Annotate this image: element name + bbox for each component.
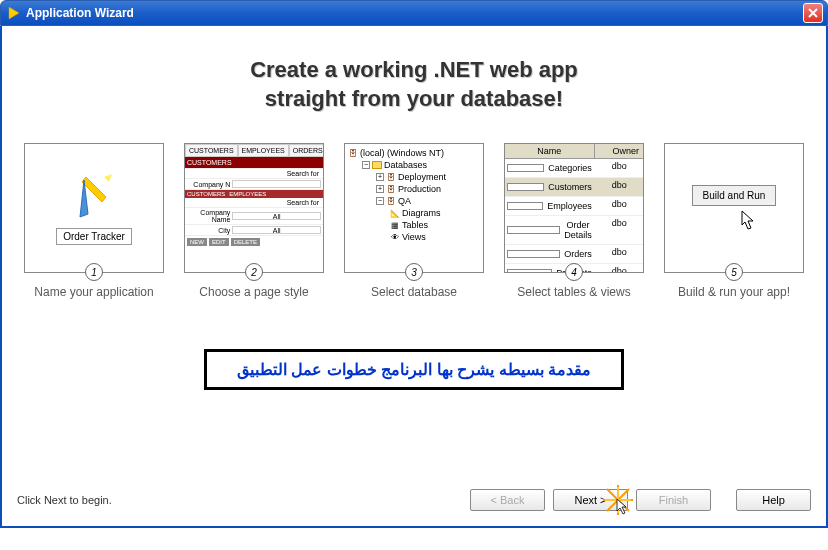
next-button[interactable]: Next > [553,489,628,511]
hero-heading: Create a working .NET web app straight f… [17,56,811,113]
step-5: Build and Run 5 Build & run your app! [659,143,809,299]
finish-button[interactable]: Finish [636,489,711,511]
step-2-number: 2 [245,263,263,281]
db-folder: Databases [384,160,427,170]
step-5-number: 5 [725,263,743,281]
db-root: (local) (Windows NT) [360,148,444,158]
back-button[interactable]: < Back [470,489,545,511]
step-5-label: Build & run your app! [659,285,809,299]
steps-row: Order Tracker 1 Name your application CU… [17,143,811,299]
help-button[interactable]: Help [736,489,811,511]
style-header: CUSTOMERS [187,159,232,166]
col-name: Name [505,144,595,158]
step-4: NameOwner Categoriesdbo Customersdbo Emp… [499,143,649,299]
build-run-preview: Build and Run [692,185,777,206]
step-4-number: 4 [565,263,583,281]
window-frame: Create a working .NET web app straight f… [0,26,828,528]
step-3-number: 3 [405,263,423,281]
step-2-label: Choose a page style [179,285,329,299]
tab-employees: EMPLOYEES [238,144,289,157]
footer-hint: Click Next to begin. [17,494,462,506]
hero-line2: straight from your database! [265,86,563,111]
content-area: Create a working .NET web app straight f… [7,31,821,521]
step-5-preview: Build and Run [664,143,804,273]
window-title: Application Wizard [26,6,803,20]
step-1: Order Tracker 1 Name your application [19,143,169,299]
step-3: 🗄(local) (Windows NT) −Databases +🗄Deplo… [339,143,489,299]
cursor-icon [740,209,758,231]
tab-customers: CUSTOMERS [185,144,238,157]
wizard-icon [74,172,114,222]
step-4-preview: NameOwner Categoriesdbo Customersdbo Emp… [504,143,644,273]
step-3-preview: 🗄(local) (Windows NT) −Databases +🗄Deplo… [344,143,484,273]
step-4-label: Select tables & views [499,285,649,299]
col-owner: Owner [595,144,643,158]
tab-orders: ORDERS [289,144,324,157]
app-icon [5,5,21,21]
step-3-label: Select database [339,285,489,299]
step-2-preview: CUSTOMERS EMPLOYEES ORDERS CUSTOMERS Sea… [184,143,324,273]
footer-bar: Click Next to begin. < Back Next > Finis… [17,489,811,511]
app-name-field: Order Tracker [56,228,132,245]
titlebar: Application Wizard [0,0,828,26]
step-1-number: 1 [85,263,103,281]
step-1-preview: Order Tracker [24,143,164,273]
close-button[interactable] [803,3,823,23]
annotation-text: مقدمة بسيطه يشرح بها البرنامج خطوات عمل … [222,360,606,379]
annotation-box: مقدمة بسيطه يشرح بها البرنامج خطوات عمل … [204,349,624,390]
step-1-label: Name your application [19,285,169,299]
step-2: CUSTOMERS EMPLOYEES ORDERS CUSTOMERS Sea… [179,143,329,299]
hero-line1: Create a working .NET web app [250,57,578,82]
